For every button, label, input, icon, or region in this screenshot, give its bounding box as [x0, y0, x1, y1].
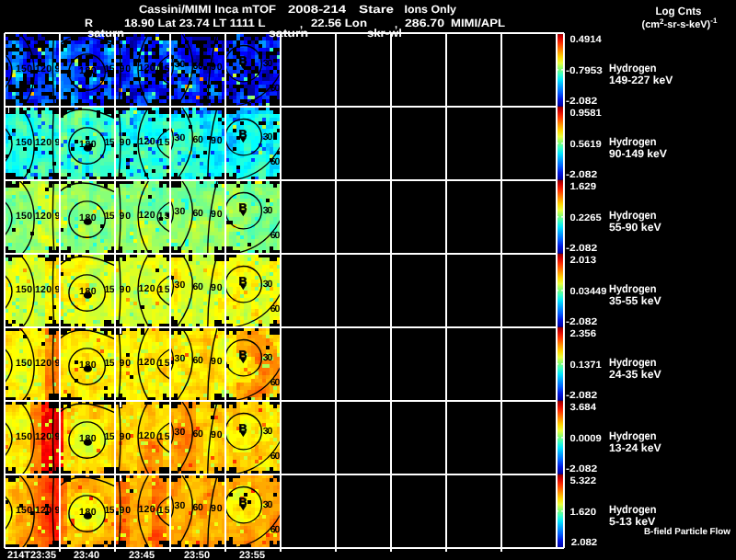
svg-text:23:50: 23:50: [184, 550, 210, 560]
svg-text:Hydrogen: Hydrogen: [609, 282, 657, 295]
svg-text:-2.082: -2.082: [566, 169, 597, 180]
svg-text:-0.7953: -0.7953: [566, 65, 603, 76]
svg-text:Log Cnts: Log Cnts: [656, 5, 702, 17]
svg-text:149-227 keV: 149-227 keV: [609, 74, 673, 86]
svg-text:0.5619: 0.5619: [570, 139, 602, 150]
svg-text:B-field Particle Flow: B-field Particle Flow: [644, 527, 730, 537]
svg-text:MIMI/APL: MIMI/APL: [451, 17, 505, 29]
svg-text:55-90 keV: 55-90 keV: [609, 221, 661, 234]
svg-text:Hydrogen: Hydrogen: [609, 135, 657, 148]
svg-text:-2.082: -2.082: [566, 390, 597, 401]
svg-text:saturn: saturn: [269, 27, 308, 40]
svg-text:2.356: 2.356: [570, 328, 597, 339]
svg-text:Hydrogen: Hydrogen: [609, 356, 657, 369]
svg-text:23:45: 23:45: [129, 550, 155, 560]
svg-text:18.90 Lat 23.74 LT 1111 L: 18.90 Lat 23.74 LT 1111 L: [124, 17, 266, 29]
svg-text:Hydrogen: Hydrogen: [609, 62, 657, 74]
svg-text:35-55 keV: 35-55 keV: [609, 294, 661, 307]
svg-text:214T23:35: 214T23:35: [7, 550, 56, 560]
svg-text:Ions Only: Ions Only: [405, 3, 457, 16]
svg-text:24-35 keV: 24-35 keV: [609, 368, 661, 381]
svg-text:Cassini/MIMI Inca mTOF: Cassini/MIMI Inca mTOF: [139, 3, 276, 16]
svg-text:1.629: 1.629: [570, 181, 597, 192]
svg-text:5.322: 5.322: [570, 475, 597, 486]
svg-text:2008-214: 2008-214: [288, 3, 346, 16]
svg-text:0.0009: 0.0009: [570, 433, 602, 444]
svg-text:-2.082: -2.082: [566, 96, 597, 107]
svg-text:22.56 Lon: 22.56 Lon: [311, 17, 367, 29]
svg-text:Hydrogen: Hydrogen: [609, 209, 657, 222]
svg-text:286.70: 286.70: [405, 17, 444, 29]
svg-text:0.03449: 0.03449: [570, 286, 607, 297]
svg-text:Stare: Stare: [359, 3, 394, 16]
svg-text:Hydrogen: Hydrogen: [609, 503, 657, 516]
svg-text:Hydrogen: Hydrogen: [609, 429, 657, 442]
svg-text:saturn: saturn: [87, 27, 124, 40]
svg-text:23:40: 23:40: [74, 550, 99, 560]
svg-text:(cm2-sr-s-keV)-1: (cm2-sr-s-keV)-1: [642, 17, 718, 30]
svg-text:0.4914: 0.4914: [570, 34, 602, 45]
svg-text:0.9581: 0.9581: [570, 108, 602, 119]
svg-text:13-24 keV: 13-24 keV: [609, 441, 661, 454]
svg-text:-2.082: -2.082: [566, 316, 597, 327]
svg-text:1.620: 1.620: [570, 507, 597, 518]
svg-text:-2.082: -2.082: [566, 243, 597, 254]
svg-text:2.082: 2.082: [571, 537, 598, 548]
svg-text:2.013: 2.013: [570, 255, 597, 266]
svg-text:90-149 keV: 90-149 keV: [609, 147, 667, 160]
svg-text:3.684: 3.684: [570, 402, 597, 413]
svg-text:skr-wl: skr-wl: [367, 27, 402, 40]
svg-text:23:55: 23:55: [239, 550, 265, 560]
svg-text:-2.082: -2.082: [566, 463, 597, 474]
svg-text:0.2265: 0.2265: [570, 212, 602, 223]
svg-text:0.1371: 0.1371: [570, 360, 602, 371]
